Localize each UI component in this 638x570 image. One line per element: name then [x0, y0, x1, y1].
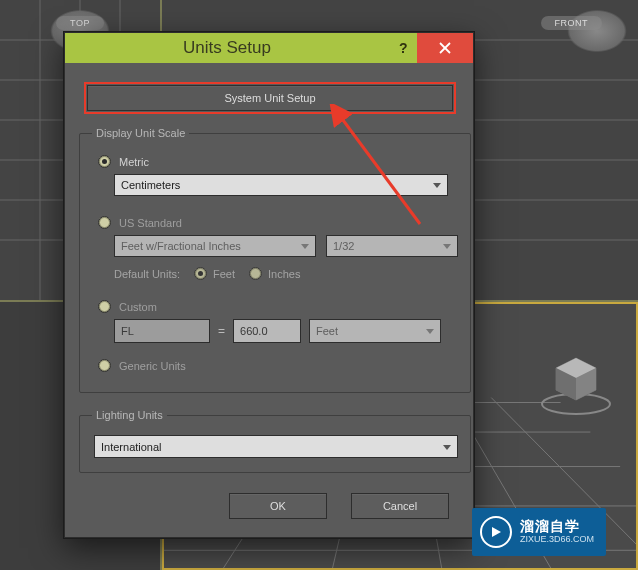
default-inches-label: Inches: [268, 268, 300, 280]
radio-us-label: US Standard: [119, 217, 182, 229]
chevron-down-icon: [441, 240, 453, 252]
units-setup-dialog: Units Setup ? System Unit Setup Display …: [64, 32, 474, 538]
custom-value-input[interactable]: [233, 319, 301, 343]
ok-label: OK: [270, 500, 286, 512]
svg-marker-36: [443, 244, 451, 249]
play-icon: [480, 516, 512, 548]
default-feet-label: Feet: [213, 268, 235, 280]
svg-marker-35: [301, 244, 309, 249]
viewcube-icon: [538, 344, 614, 420]
radio-generic[interactable]: [98, 359, 111, 372]
us-fraction-value: 1/32: [333, 240, 354, 252]
equals-label: =: [218, 324, 225, 338]
svg-marker-38: [443, 445, 451, 450]
lighting-units-legend: Lighting Units: [92, 409, 167, 421]
metric-value: Centimeters: [121, 179, 180, 191]
watermark-badge: 溜溜自学 ZIXUE.3D66.COM: [472, 508, 606, 556]
display-unit-scale-group: Display Unit Scale Metric Centimeters US…: [79, 127, 471, 393]
lighting-value: International: [101, 441, 162, 453]
close-icon: [438, 41, 452, 55]
svg-marker-41: [492, 527, 501, 537]
close-button[interactable]: [417, 33, 473, 63]
svg-marker-37: [426, 329, 434, 334]
svg-marker-34: [433, 183, 441, 188]
radio-generic-label: Generic Units: [119, 360, 186, 372]
custom-unit-value: Feet: [316, 325, 338, 337]
display-unit-scale-legend: Display Unit Scale: [92, 127, 189, 139]
system-unit-setup-button[interactable]: System Unit Setup: [87, 85, 453, 111]
radio-custom-label: Custom: [119, 301, 157, 313]
radio-default-inches[interactable]: [249, 267, 262, 280]
ok-button[interactable]: OK: [229, 493, 327, 519]
viewcube[interactable]: [538, 344, 614, 423]
titlebar[interactable]: Units Setup ?: [65, 33, 473, 63]
radio-metric-label: Metric: [119, 156, 149, 168]
us-type-value: Feet w/Fractional Inches: [121, 240, 241, 252]
help-icon: ?: [396, 41, 410, 55]
viewport-label-front: FRONT: [541, 16, 603, 30]
chevron-down-icon: [424, 325, 436, 337]
viewport-label-top: TOP: [56, 16, 104, 30]
lighting-dropdown[interactable]: International: [94, 435, 458, 458]
lighting-units-group: Lighting Units International: [79, 409, 471, 473]
system-unit-setup-label: System Unit Setup: [224, 92, 315, 104]
us-type-dropdown[interactable]: Feet w/Fractional Inches: [114, 235, 316, 257]
viewport-gizmo: [562, 6, 632, 56]
custom-abbr-input[interactable]: [114, 319, 210, 343]
custom-unit-dropdown[interactable]: Feet: [309, 319, 441, 343]
cancel-button[interactable]: Cancel: [351, 493, 449, 519]
chevron-down-icon: [441, 441, 453, 453]
svg-text:?: ?: [399, 41, 408, 55]
metric-dropdown[interactable]: Centimeters: [114, 174, 448, 196]
radio-us-standard[interactable]: [98, 216, 111, 229]
chevron-down-icon: [299, 240, 311, 252]
radio-custom[interactable]: [98, 300, 111, 313]
watermark-brand: 溜溜自学: [520, 519, 594, 534]
default-units-label: Default Units:: [114, 268, 180, 280]
help-button[interactable]: ?: [389, 33, 417, 63]
dialog-title: Units Setup: [65, 38, 389, 58]
chevron-down-icon: [431, 179, 443, 191]
radio-default-feet[interactable]: [194, 267, 207, 280]
us-fraction-dropdown[interactable]: 1/32: [326, 235, 458, 257]
watermark-url: ZIXUE.3D66.COM: [520, 535, 594, 545]
cancel-label: Cancel: [383, 500, 417, 512]
radio-metric[interactable]: [98, 155, 111, 168]
